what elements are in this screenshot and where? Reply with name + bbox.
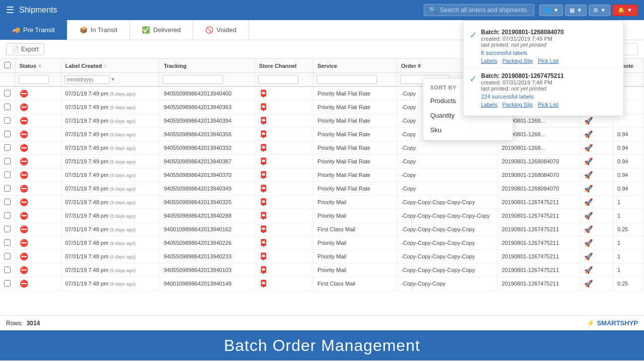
row-checkbox-col[interactable] bbox=[0, 236, 15, 250]
row-checkbox-3[interactable] bbox=[4, 131, 11, 137]
row-checkbox-13[interactable] bbox=[4, 266, 11, 273]
row-checkbox-9[interactable] bbox=[4, 212, 11, 219]
ship-icon-10: 🚀 bbox=[584, 225, 593, 233]
row-service-3: Priority Mail Flat Rate bbox=[313, 128, 397, 141]
row-checkbox-col[interactable] bbox=[0, 250, 15, 263]
row-checkbox-4[interactable] bbox=[4, 144, 11, 151]
filter-date-input[interactable] bbox=[64, 75, 110, 84]
batch-packing-link-2[interactable]: Packing Slip bbox=[502, 102, 533, 108]
tab-voided[interactable]: 🚫 Voided bbox=[193, 20, 249, 40]
filter-store-input[interactable] bbox=[258, 75, 298, 84]
row-checkbox-2[interactable] bbox=[4, 117, 11, 124]
ship-icon-8: 🚀 bbox=[584, 198, 593, 206]
row-checkbox-col[interactable] bbox=[0, 114, 15, 128]
row-checkbox-col[interactable] bbox=[0, 141, 15, 155]
row-tracking-12: 9405509898642013940233 bbox=[159, 250, 255, 263]
status-filter-icon[interactable]: ≡ bbox=[38, 63, 41, 68]
error-icon-13: ⛔ bbox=[20, 266, 28, 274]
select-all-checkbox[interactable] bbox=[4, 62, 11, 68]
row-checkbox-12[interactable] bbox=[4, 253, 11, 259]
table-row: ⛔ 07/31/19 7:49 pm (5 days ago) 94055098… bbox=[0, 182, 644, 196]
date-filter-icon[interactable]: ▼ bbox=[111, 77, 115, 82]
columns-button[interactable]: ▦ ▼ bbox=[565, 5, 587, 16]
row-checkbox-col[interactable] bbox=[0, 155, 15, 168]
tab-delivered[interactable]: ✅ Delivered bbox=[130, 20, 193, 40]
batch-check-icon-1: ✓ bbox=[469, 30, 477, 41]
bell-icon: 🔔 bbox=[618, 7, 625, 14]
tab-pre-transit[interactable]: 🚚 Pre Transit bbox=[0, 20, 67, 40]
row-checkbox-col[interactable] bbox=[0, 196, 15, 209]
row-label-created-3: 07/31/19 7:49 pm (5 days ago) bbox=[61, 128, 159, 141]
row-checkbox-col[interactable] bbox=[0, 86, 15, 101]
row-checkbox-0[interactable] bbox=[4, 90, 11, 97]
export-button[interactable]: 📄 Export bbox=[6, 43, 44, 55]
row-checkbox-col[interactable] bbox=[0, 263, 15, 277]
row-quote-3: 0.94 bbox=[613, 128, 643, 141]
error-icon-4: ⛔ bbox=[20, 144, 28, 152]
filter-tracking-input[interactable] bbox=[163, 75, 223, 84]
row-checkbox-14[interactable] bbox=[4, 280, 11, 287]
global-search[interactable]: 🔍 bbox=[424, 4, 534, 16]
row-checkbox-1[interactable] bbox=[4, 104, 11, 110]
row-status-6: ⛔ bbox=[15, 168, 61, 182]
search-input[interactable] bbox=[440, 7, 529, 14]
row-label-created-6: 07/31/19 7:49 pm (5 days ago) bbox=[61, 168, 159, 182]
batch-info-1: Batch: 20190801-1268084070 created: 07/3… bbox=[481, 29, 617, 64]
sort-sku[interactable]: Sku bbox=[423, 123, 513, 137]
table-row: ⛔ 07/31/19 7:49 pm (5 days ago) 94055098… bbox=[0, 141, 644, 155]
label-created-filter-icon[interactable]: ↕ bbox=[104, 63, 106, 68]
settings-button[interactable]: ⚙ ▼ bbox=[589, 5, 610, 16]
row-checkbox-5[interactable] bbox=[4, 158, 11, 164]
batch-labels-link-1[interactable]: Labels bbox=[481, 58, 497, 64]
row-batch-4: 20190801-1268... bbox=[498, 141, 580, 155]
row-checkbox-6[interactable] bbox=[4, 171, 11, 178]
row-checkbox-col[interactable] bbox=[0, 209, 15, 223]
row-carrier-13: 🚀 bbox=[580, 263, 613, 277]
tab-in-transit[interactable]: 📦 In Transit bbox=[67, 20, 130, 40]
filter-service-input[interactable] bbox=[316, 75, 377, 84]
filter-status-input[interactable] bbox=[19, 75, 49, 84]
alert-button[interactable]: 🔔 ▼ bbox=[612, 5, 638, 16]
notifications-button[interactable]: 🌐 ▼ bbox=[539, 5, 563, 16]
row-checkbox-10[interactable] bbox=[4, 226, 11, 232]
row-store-1: 📮 bbox=[255, 101, 313, 114]
row-checkbox-7[interactable] bbox=[4, 185, 11, 192]
row-carrier-7: 🚀 bbox=[580, 182, 613, 196]
batch-labels-link-2[interactable]: Labels bbox=[481, 102, 497, 108]
row-label-created-9: 07/31/19 7:48 pm (5 days ago) bbox=[61, 209, 159, 223]
menu-icon[interactable]: ☰ bbox=[6, 5, 14, 16]
row-batch-12: 20190801-1267475211 bbox=[498, 250, 580, 263]
filter-status bbox=[15, 73, 61, 87]
row-checkbox-col[interactable] bbox=[0, 182, 15, 196]
row-checkbox-col[interactable] bbox=[0, 168, 15, 182]
error-icon-6: ⛔ bbox=[20, 171, 28, 179]
batch-packing-link-1[interactable]: Packing Slip bbox=[502, 58, 533, 64]
row-checkbox-11[interactable] bbox=[4, 239, 11, 246]
row-tracking-8: 9405509898642013940325 bbox=[159, 196, 255, 209]
usps-icon-3: 📮 bbox=[259, 130, 268, 138]
error-icon-8: ⛔ bbox=[20, 198, 28, 206]
batch-meta-2: created: 07/31/2019 7:48 PM last printed… bbox=[481, 79, 617, 92]
row-tracking-4: 9405509898642013940332 bbox=[159, 141, 255, 155]
row-tracking-5: 9405509898642013940387 bbox=[159, 155, 255, 168]
row-carrier-11: 🚀 bbox=[580, 236, 613, 250]
row-checkbox-8[interactable] bbox=[4, 199, 11, 205]
batch-picklist-link-1[interactable]: Pick List bbox=[538, 58, 558, 64]
tab-voided-label: Voided bbox=[216, 26, 236, 34]
delivered-icon: ✅ bbox=[142, 26, 150, 34]
row-service-5: Priority Mail Flat Rate bbox=[313, 155, 397, 168]
bottom-banner-text: Batch Order Management bbox=[224, 336, 420, 355]
select-all-header[interactable] bbox=[0, 59, 15, 73]
row-checkbox-col[interactable] bbox=[0, 128, 15, 141]
table-row: ⛔ 07/31/19 7:48 pm (5 days ago) 94001098… bbox=[0, 223, 644, 236]
row-label-created-10: 07/31/19 7:48 pm (5 days ago) bbox=[61, 223, 159, 236]
row-checkbox-col[interactable] bbox=[0, 101, 15, 114]
row-checkbox-col[interactable] bbox=[0, 223, 15, 236]
ship-icon-3: 🚀 bbox=[584, 130, 593, 138]
error-icon-0: ⛔ bbox=[20, 89, 28, 98]
row-checkbox-col[interactable] bbox=[0, 277, 15, 291]
row-store-13: 📮 bbox=[255, 263, 313, 277]
batch-picklist-link-2[interactable]: Pick List bbox=[538, 102, 558, 108]
chevron-down-icon3: ▼ bbox=[600, 7, 606, 13]
row-order-10: -Copy-Copy-Copy-Copy-Copy bbox=[397, 223, 498, 236]
